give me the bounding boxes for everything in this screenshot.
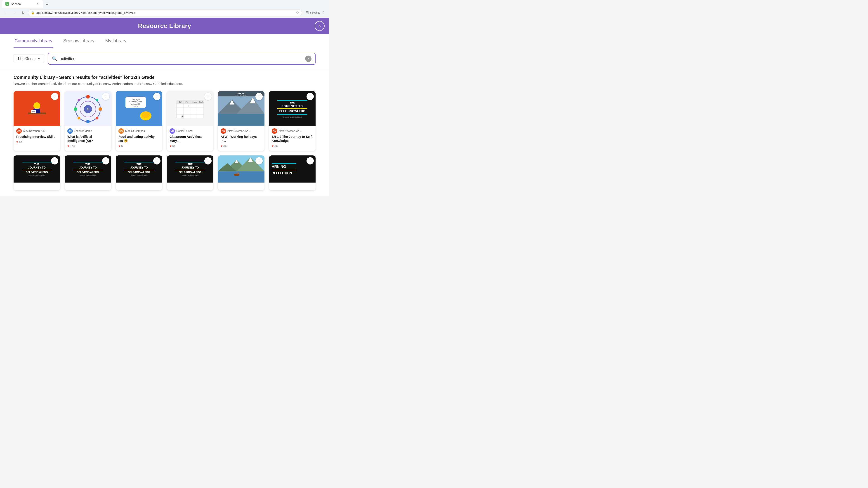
- reflection-text: REFLECTION: [272, 171, 292, 175]
- activity-card[interactable]: THE JOURNEY TO SELF-KNOWLEDG SKILLSROAD.…: [269, 91, 315, 151]
- activity-card[interactable]: ARNING REFLECTION ♡: [269, 156, 315, 191]
- likes-count: 36: [223, 144, 226, 148]
- activity-card[interactable]: ORKING OLIDAYS IN ♡ AN Alex Newman-Ad...…: [218, 91, 265, 151]
- lock-icon: 🔒: [31, 11, 35, 14]
- close-button[interactable]: ×: [315, 21, 324, 31]
- heart-icon: ♥: [16, 140, 18, 144]
- author-avatar: AN: [16, 128, 22, 134]
- likes-count: 148: [70, 144, 75, 148]
- profile-button[interactable]: Incognito: [311, 9, 319, 16]
- results-title: Community Library - Search results for "…: [13, 75, 315, 80]
- svg-text:Circle it!: Circle it!: [133, 105, 138, 107]
- activity-card[interactable]: THE JOURNEY TO SELF-KNOWLEDG SKILLSROAD.…: [13, 156, 60, 191]
- address-input[interactable]: [36, 11, 294, 14]
- svg-text:¿Hay algún: ¿Hay algún: [131, 99, 140, 101]
- likes-count: 66: [19, 140, 22, 143]
- card-author: MC Mónica Campos: [119, 128, 160, 134]
- activity-card[interactable]: THE JOURNEY TO SELF-KNOWLEDG SKILLSROAD.…: [116, 156, 162, 191]
- card-likes: ♥ 66: [16, 140, 57, 145]
- favorite-button[interactable]: ♡: [204, 93, 212, 100]
- svg-rect-56: [237, 172, 237, 175]
- author-name: Alex Newman-Ad...: [227, 129, 251, 133]
- card-likes: ♥ 65: [169, 144, 211, 150]
- card-thumbnail: ARNING REFLECTION ♡: [269, 156, 315, 191]
- address-bar[interactable]: 🔒 ☆: [28, 9, 302, 16]
- heart-icon: ♥: [272, 144, 274, 148]
- activity-card[interactable]: AI ♡ JM Jennifer Martin: [65, 91, 111, 151]
- card-author: AN Alex Newman-Ad...: [221, 128, 262, 134]
- cards-row-2: THE JOURNEY TO SELF-KNOWLEDG SKILLSROAD.…: [13, 156, 315, 191]
- tab-my-library[interactable]: My Library: [104, 34, 127, 48]
- journey-brand: SKILLSROAD.COM.AU: [283, 116, 302, 118]
- card-info: JM Jennifer Martin What is Artificial In…: [65, 126, 111, 151]
- journey-subtitle: SELF-KNOWLEDG: [26, 171, 48, 173]
- favorite-button[interactable]: ♡: [153, 157, 160, 164]
- cyan-bar: [277, 100, 307, 101]
- journey-the: THE: [34, 163, 39, 166]
- activity-card[interactable]: ¿Hay algún ingrediente usado en Spanish?…: [116, 91, 162, 151]
- favorite-button[interactable]: ♡: [102, 93, 110, 100]
- menu-button[interactable]: ⋮: [320, 9, 327, 16]
- card-info: DD Daniel Dusza Classroom Activities: Ma…: [167, 126, 213, 151]
- likes-count: 5: [121, 144, 123, 148]
- page-title: Resource Library: [138, 22, 191, 30]
- grade-label: 12th Grade: [18, 57, 35, 61]
- browser-tab-active[interactable]: S Seesaw ×: [2, 0, 43, 8]
- grade-filter[interactable]: 12th Grade ▼: [13, 54, 44, 63]
- author-avatar: AN: [272, 128, 277, 134]
- author-avatar: MC: [119, 128, 124, 134]
- classroom-illustration: Self Pair Group Single: [176, 96, 205, 123]
- tab-bar: S Seesaw × +: [0, 0, 329, 8]
- svg-text:Pair: Pair: [186, 101, 188, 103]
- forward-button[interactable]: →: [11, 9, 18, 16]
- favorite-button[interactable]: ♡: [307, 93, 314, 100]
- favorite-button[interactable]: ♡: [153, 93, 160, 100]
- search-icon: 🔍: [52, 56, 57, 61]
- extensions-button[interactable]: ⊞: [303, 9, 311, 16]
- card-title: Food and eating activity set 😋: [119, 135, 160, 143]
- card-likes: ♥ 5: [119, 144, 160, 150]
- favorite-button[interactable]: ♡: [51, 157, 58, 164]
- favorite-button[interactable]: ♡: [204, 157, 212, 164]
- activity-card[interactable]: ♡: [218, 156, 265, 191]
- svg-point-24: [142, 111, 150, 118]
- favorite-button[interactable]: ♡: [307, 157, 314, 164]
- tab-close-button[interactable]: ×: [36, 2, 40, 6]
- card-title: Practising Interview Skills: [16, 135, 57, 139]
- yellow-bar: [277, 108, 307, 109]
- svg-point-17: [96, 117, 98, 120]
- toolbar-actions: ⊞ Incognito ⋮: [303, 9, 327, 16]
- svg-text:AI: AI: [87, 108, 89, 111]
- svg-point-1: [33, 102, 40, 109]
- activity-card[interactable]: THE JOURNEY TO SELF-KNOWLEDG SKILLSROAD.…: [167, 156, 213, 191]
- author-name: Alex Newman-Ad...: [23, 129, 46, 133]
- svg-text:en Spanish?: en Spanish?: [131, 103, 140, 105]
- svg-text:ingrediente usado: ingrediente usado: [129, 101, 142, 103]
- back-button[interactable]: ←: [2, 9, 9, 16]
- food-illustration: ¿Hay algún ingrediente usado en Spanish?…: [124, 96, 154, 126]
- activity-card[interactable]: Self Pair Group Single: [167, 91, 213, 151]
- search-input[interactable]: [60, 57, 303, 61]
- author-name: Jennifer Martin: [74, 129, 92, 133]
- activity-card[interactable]: ♡ AN Alex Newman-Ad... Practising Interv…: [13, 91, 60, 151]
- new-tab-button[interactable]: +: [44, 1, 50, 8]
- favorite-button[interactable]: ♡: [255, 157, 263, 164]
- reload-button[interactable]: ↻: [20, 9, 27, 16]
- activity-card[interactable]: THE JOURNEY TO SELF-KNOWLEDG SKILLSROAD.…: [65, 156, 111, 191]
- heart-icon: ♥: [119, 144, 120, 148]
- cards-row-1: ♡ AN Alex Newman-Ad... Practising Interv…: [13, 91, 315, 151]
- yellow-bar: [22, 170, 52, 170]
- bookmark-icon[interactable]: ☆: [296, 11, 299, 15]
- favorite-button[interactable]: ♡: [51, 93, 58, 100]
- card-info: AN Alex Newman-Ad... SR 1.2 The Journey …: [269, 126, 315, 151]
- search-box[interactable]: 🔍 ×: [48, 53, 315, 65]
- search-clear-button[interactable]: ×: [305, 56, 311, 62]
- tab-community-library[interactable]: Community Library: [13, 34, 53, 48]
- card-thumbnail: THE JOURNEY TO SELF-KNOWLEDG SKILLSROAD.…: [65, 156, 111, 191]
- favorite-button[interactable]: ♡: [255, 93, 263, 100]
- interview-illustration: [23, 96, 51, 123]
- tab-seesaw-library[interactable]: Seesaw Library: [62, 34, 95, 48]
- svg-text:|: |: [188, 105, 189, 107]
- heart-icon: ♥: [221, 144, 222, 148]
- favorite-button[interactable]: ♡: [102, 157, 110, 164]
